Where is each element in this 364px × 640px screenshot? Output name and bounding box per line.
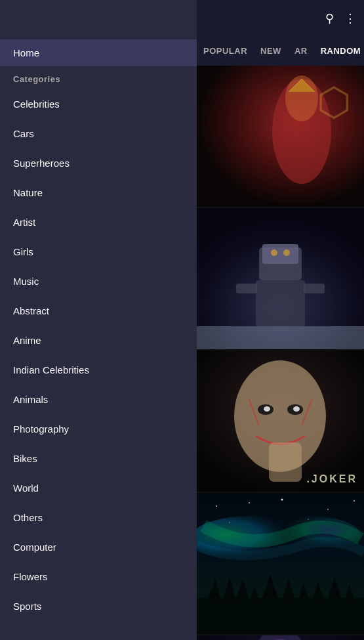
svg-rect-9: [236, 284, 257, 293]
svg-rect-11: [197, 326, 364, 349]
wallpaper-item[interactable]: [197, 66, 364, 207]
sidebar-item-music[interactable]: Music: [0, 267, 197, 296]
svg-point-16: [264, 406, 270, 412]
sidebar-item-indian-celebrities[interactable]: Indian Celebrities: [0, 355, 197, 385]
sidebar-item-photography[interactable]: Photography: [0, 414, 197, 444]
svg-point-24: [354, 500, 355, 501]
sidebar-item-celebrities[interactable]: Celebrities: [0, 89, 197, 119]
sidebar-item-animals[interactable]: Animals: [0, 385, 197, 414]
sidebar-item-artist[interactable]: Artist: [0, 207, 197, 237]
sidebar-item-flowers[interactable]: Flowers: [0, 562, 197, 591]
sidebar-item-others[interactable]: Others: [0, 503, 197, 532]
svg-point-22: [281, 499, 283, 501]
wallpaper-grid: .JOKER: [197, 66, 364, 640]
sidebar-item-home[interactable]: Home: [0, 39, 197, 66]
wallpaper-item[interactable]: .JOKER: [197, 351, 364, 492]
svg-point-20: [216, 505, 217, 507]
nav-item-popular[interactable]: POPULAR: [203, 46, 247, 56]
wallpaper-item[interactable]: [197, 635, 364, 640]
more-options-icon[interactable]: ⋮: [344, 11, 356, 26]
svg-rect-10: [304, 284, 325, 293]
sidebar-item-girls[interactable]: Girls: [0, 237, 197, 267]
sidebar-item-anime[interactable]: Anime: [0, 326, 197, 355]
sidebar-item-computer[interactable]: Computer: [0, 532, 197, 562]
sidebar-item-sports[interactable]: Sports: [0, 591, 197, 621]
sidebar-item-nature[interactable]: Nature: [0, 178, 197, 207]
nav-item-random[interactable]: RANDOM: [321, 46, 361, 56]
search-icon[interactable]: ⚲: [325, 11, 334, 26]
svg-point-6: [271, 249, 277, 256]
svg-point-23: [327, 509, 329, 510]
svg-rect-5: [262, 244, 298, 264]
sidebar-item-abstract[interactable]: Abstract: [0, 296, 197, 326]
nav-item-new[interactable]: NEW: [260, 46, 281, 56]
sidebar-item-world[interactable]: World: [0, 473, 197, 503]
svg-point-21: [249, 502, 250, 503]
wallpaper-item[interactable]: [197, 493, 364, 634]
svg-rect-8: [256, 280, 305, 326]
wallpaper-item[interactable]: [197, 208, 364, 349]
nav-item-ar[interactable]: AR: [294, 46, 308, 56]
main-content: .JOKER: [197, 66, 364, 640]
wallpaper-joker-label: .JOKER: [306, 473, 357, 485]
nav-bar: POPULAR NEW AR RANDOM: [197, 36, 364, 66]
sidebar-item-cars[interactable]: Cars: [0, 119, 197, 148]
svg-rect-18: [269, 442, 302, 482]
svg-point-7: [283, 249, 290, 256]
sidebar-item-bikes[interactable]: Bikes: [0, 444, 197, 473]
sidebar-categories-label: Categories: [0, 66, 197, 89]
svg-rect-29: [197, 598, 364, 634]
header-icons: ⚲ ⋮: [325, 11, 356, 26]
sidebar: Home Categories Celebrities Cars Superhe…: [0, 0, 197, 640]
sidebar-item-superheroes[interactable]: Superheroes: [0, 148, 197, 178]
svg-point-17: [293, 406, 300, 412]
